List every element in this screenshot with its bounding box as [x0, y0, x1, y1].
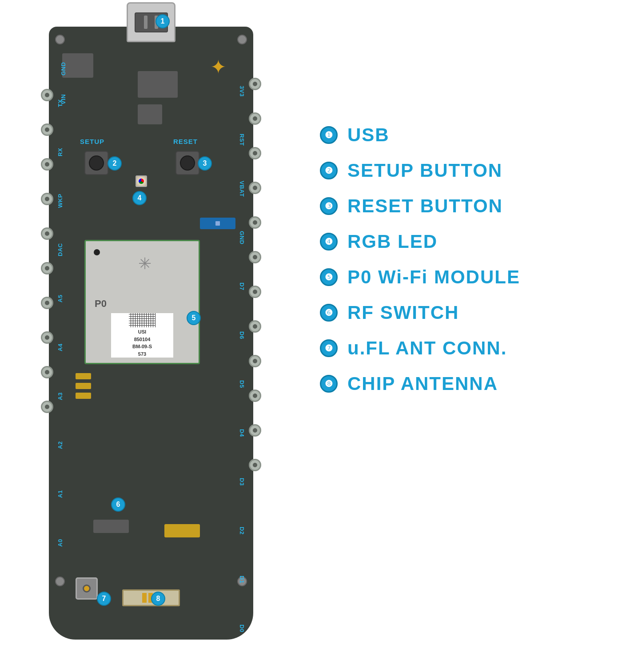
- pin-hole-a4[interactable]: [41, 262, 53, 274]
- pin-hole-d0[interactable]: [249, 459, 261, 471]
- legend-badge-1: ❶: [320, 126, 338, 144]
- reset-button[interactable]: [175, 151, 199, 175]
- starburst-decoration: ✦: [210, 56, 227, 78]
- badge-reset: 3: [198, 156, 212, 171]
- setup-label: SETUP: [80, 138, 104, 145]
- pin-hole-wkp[interactable]: [41, 158, 53, 171]
- legend-badge-5: ❺: [320, 268, 338, 286]
- gold-pad-3: [76, 393, 91, 399]
- pin-hole-3v3[interactable]: [249, 78, 261, 90]
- legend-badge-6: ❻: [320, 304, 338, 322]
- legend-text-5: P0 Wi-Fi MODULE: [347, 266, 520, 288]
- reset-button-hole: [180, 155, 195, 171]
- legend-text-8: CHIP ANTENNA: [347, 373, 498, 394]
- legend-item-8: ❽ CHIP ANTENNA: [320, 373, 609, 394]
- pin-hole-d4[interactable]: [249, 320, 261, 333]
- pin-hole-d3[interactable]: [249, 355, 261, 367]
- right-pin-holes: [249, 78, 261, 471]
- legend-area: ❶ USB ❷ SETUP BUTTON ❸ RESET BUTTON ❹ RG…: [320, 124, 609, 409]
- pin-label-gnd-r: GND: [239, 224, 245, 251]
- pin-hole-d5[interactable]: [249, 286, 261, 298]
- qr-grid: [129, 313, 156, 327]
- legend-text-7: u.FL ANT CONN.: [347, 338, 507, 359]
- legend-item-5: ❺ P0 Wi-Fi MODULE: [320, 266, 609, 288]
- d7-dot: [215, 221, 220, 226]
- ufl-center: [83, 585, 91, 592]
- legend-text-2: SETUP BUTTON: [347, 160, 502, 181]
- legend-item-7: ❼ u.FL ANT CONN.: [320, 338, 609, 359]
- pin-label-d7: D7: [239, 273, 245, 300]
- wifi-module-dot: [94, 249, 100, 255]
- setup-button[interactable]: [84, 151, 108, 175]
- legend-item-6: ❻ RF SWITCH: [320, 302, 609, 323]
- pin-label-a0: A0: [57, 529, 64, 556]
- pin-label-d1: D1: [239, 566, 245, 593]
- legend-badge-3: ❸: [320, 197, 338, 215]
- qr-text: USI 850104 BM-09-S 573: [132, 328, 152, 358]
- reset-label: RESET: [173, 138, 198, 145]
- ic-chip-topcenter: [138, 71, 178, 98]
- pin-label-gnd-left: GND: [60, 56, 67, 82]
- pin-label-d4: D4: [239, 420, 245, 446]
- pin-label-a3: A3: [57, 383, 64, 410]
- setup-button-hole: [89, 155, 104, 171]
- pin-label-wkp: WKP: [57, 187, 64, 214]
- pin-label-a1: A1: [57, 481, 64, 507]
- pin-label-3v3: 3V3: [239, 78, 245, 104]
- pin-hole-d7[interactable]: [249, 216, 261, 229]
- board-area: 1 ✦ SETUP 2 RESET: [13, 18, 289, 657]
- rgb-led: [136, 175, 147, 187]
- pin-hole-a2[interactable]: [41, 331, 53, 344]
- legend-text-3: RESET BUTTON: [347, 195, 503, 217]
- left-top-labels: GND VIN: [60, 56, 67, 112]
- pin-label-d5: D5: [239, 371, 245, 398]
- legend-item-4: ❹ RGB LED: [320, 231, 609, 252]
- pin-label-dac: DAC: [57, 236, 64, 263]
- pin-hole-a1[interactable]: [41, 366, 53, 378]
- usb-pin-1: [144, 16, 148, 29]
- pin-hole-tx[interactable]: [41, 89, 53, 101]
- pin-hole-a5[interactable]: [41, 227, 53, 240]
- rgb-led-dot: [139, 179, 144, 184]
- badge-rgb: 4: [132, 191, 147, 205]
- pcb-board: 1 ✦ SETUP 2 RESET: [49, 27, 253, 640]
- pin-hole-vbat[interactable]: [249, 147, 261, 159]
- legend-item-2: ❷ SETUP BUTTON: [320, 160, 609, 181]
- rgb-led-area: [136, 175, 147, 187]
- wifi-module-p0-label: P0: [95, 298, 107, 310]
- pin-hole-d6[interactable]: [249, 251, 261, 263]
- pin-label-d2: D2: [239, 517, 245, 544]
- pin-label-vin: VIN: [60, 86, 67, 112]
- pin-label-a5: A5: [57, 285, 64, 312]
- pin-hole-a0[interactable]: [41, 401, 53, 413]
- pin-label-a4: A4: [57, 334, 64, 361]
- pin-hole-gnd-right[interactable]: [249, 182, 261, 194]
- badge-setup: 2: [108, 156, 122, 171]
- legend-badge-7: ❼: [320, 339, 338, 357]
- gold-pad-1: [76, 373, 91, 379]
- left-pin-labels: TX RX WKP DAC A5 A4 A3 A2 A1 A0: [57, 90, 64, 556]
- pin-hole-rx[interactable]: [41, 123, 53, 136]
- pin-hole-a3[interactable]: [41, 297, 53, 309]
- ic-chip-topleft: [62, 53, 93, 78]
- badge-chip-antenna: 8: [151, 592, 165, 606]
- legend-text-4: RGB LED: [347, 231, 438, 252]
- badge-rf: 6: [111, 497, 125, 512]
- screw-hole-bl: [55, 577, 65, 586]
- pin-label-d0: D0: [239, 615, 245, 642]
- pin-hole-rst[interactable]: [249, 112, 261, 125]
- pin-label-d6: D6: [239, 322, 245, 349]
- badge-wifi: 5: [187, 311, 201, 325]
- pin-hole-dac[interactable]: [41, 193, 53, 205]
- d7-strip: [200, 218, 235, 229]
- legend-text-1: USB: [347, 124, 390, 146]
- pin-hole-d1[interactable]: [249, 424, 261, 437]
- ic-chip-lower1: [93, 520, 129, 533]
- pin-hole-d2[interactable]: [249, 390, 261, 402]
- gold-pads: [76, 373, 91, 399]
- pin-label-rst: RST: [239, 127, 245, 153]
- page: 1 ✦ SETUP 2 RESET: [0, 0, 622, 672]
- legend-badge-2: ❷: [320, 162, 338, 179]
- ufl-connector: [76, 577, 98, 600]
- pin-label-d3: D3: [239, 469, 245, 495]
